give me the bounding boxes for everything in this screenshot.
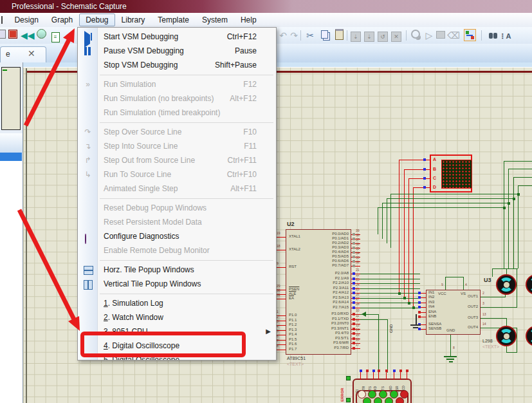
- start-debug-icon: [83, 32, 93, 42]
- tile-vertical-icon: [83, 279, 93, 289]
- debug-menu-item-digital-oscilloscope[interactable]: 5. Digital Oscilloscope: [78, 353, 276, 361]
- debug-menu-item-digital-oscilloscope[interactable]: 4. Digital Oscilloscope: [78, 339, 276, 353]
- toolbar-separator: [300, 30, 301, 41]
- block-rotate-icon[interactable]: ↺: [376, 29, 389, 42]
- stop-debug-icon: [83, 61, 93, 70]
- netlist-icon[interactable]: [463, 29, 476, 42]
- debug-menu-item-watch-window[interactable]: 2. Watch Window: [78, 310, 276, 324]
- debug-menu-item-start-vsm-debugging[interactable]: Start VSM DebuggingCtrl+F12: [78, 30, 276, 44]
- overview-minimap[interactable]: [1, 67, 21, 130]
- window-title: Professional - Schematic Capture: [12, 2, 127, 11]
- selector-header: [0, 133, 23, 153]
- menu-separator: [78, 196, 276, 201]
- toolbar-separator: [406, 30, 407, 41]
- debug-menu-item-step-over-source-line[interactable]: ↷Step Over Source LineF10: [78, 125, 276, 139]
- menu-separator: [78, 72, 276, 77]
- view-icon[interactable]: ◀◀: [21, 29, 33, 42]
- copy-icon[interactable]: [318, 29, 331, 42]
- zoom-icon[interactable]: [409, 29, 422, 42]
- step-over-icon: ↷: [83, 127, 93, 137]
- block-copy-icon[interactable]: ⇣: [349, 29, 362, 42]
- run-simulation-icon: »: [83, 80, 93, 89]
- debug-menu-item-8051-cpu[interactable]: 3. 8051 CPU▶: [78, 324, 276, 339]
- debug-menu-item-stop-vsm-debugging[interactable]: Stop VSM DebuggingShift+Pause: [78, 58, 276, 72]
- menu-separator: [78, 291, 276, 296]
- make-device-icon[interactable]: [434, 29, 447, 42]
- chip-icon[interactable]: [6, 29, 19, 42]
- toolbar-separator: [347, 30, 347, 41]
- debug-menu-item-run-to-source-line[interactable]: ↳Run To Source LineCtrl+F10: [78, 167, 276, 182]
- minimap-marker: [3, 70, 7, 71]
- redo-icon[interactable]: ↷: [288, 29, 300, 42]
- debug-menu-item-enable-remote-debug-monitor[interactable]: Enable Remote Debug Monitor: [78, 243, 276, 258]
- run-to-line-icon: ↳: [83, 170, 93, 180]
- property-assignment-icon[interactable]: ⋮A: [499, 29, 511, 42]
- packaging-icon[interactable]: ⌫: [447, 29, 460, 42]
- pick-device-icon[interactable]: ▷: [423, 29, 436, 42]
- close-icon[interactable]: ✕: [28, 48, 35, 59]
- debug-menu-popup: Start VSM DebuggingCtrl+F12Pause VSM Deb…: [77, 27, 277, 361]
- menu-item-partial: [1, 16, 3, 24]
- menu-debug[interactable]: Debug: [79, 14, 115, 26]
- paste-icon[interactable]: [333, 29, 345, 42]
- debug-menu-item-pause-vsm-debugging[interactable]: Pause VSM DebuggingPause: [78, 44, 276, 58]
- debug-menu-item-run-simulation[interactable]: »Run SimulationF12: [78, 77, 276, 91]
- menu-library[interactable]: Library: [115, 14, 152, 26]
- world-icon[interactable]: [35, 29, 48, 42]
- document-tab-label: e: [6, 50, 10, 59]
- menu-separator: [78, 258, 276, 263]
- sheet-border-vertical: [26, 68, 27, 403]
- application-window: Professional - Schematic Capture DesignG…: [0, 0, 532, 403]
- debug-menu-item-reset-debug-popup-windows[interactable]: Reset Debug Popup Windows: [78, 201, 276, 215]
- panel-divider: [23, 62, 23, 403]
- debug-menu-item-run-simulation-no-breakpoints-[interactable]: Run Simulation (no breakpoints)Alt+F12: [78, 91, 276, 106]
- debug-menu-item-run-simulation-timed-breakpoint-[interactable]: Run Simulation (timed breakpoint): [78, 106, 276, 120]
- menu-design[interactable]: Design: [8, 14, 44, 26]
- submenu-arrow-icon: ▶: [266, 324, 271, 339]
- document-tab[interactable]: e ✕: [0, 46, 46, 63]
- debug-menu-item-horz-tile-popup-windows[interactable]: Horz. Tile Popup Windows: [78, 263, 276, 277]
- toolbar-separator: [481, 30, 482, 41]
- object-selector-panel: [0, 62, 23, 403]
- debug-menu-item-step-out-from-source-line[interactable]: ↱Step Out from Source LineCtrl+F11: [78, 153, 276, 167]
- step-out-icon: ↱: [83, 156, 93, 165]
- menu-template[interactable]: Template: [151, 14, 196, 26]
- selector-selected-row[interactable]: [0, 153, 22, 161]
- debug-menu-item-reset-persistent-model-data[interactable]: Reset Persistent Model Data: [78, 215, 276, 229]
- sheet-icon[interactable]: ≡: [49, 29, 62, 42]
- menu-bar: DesignGraphDebugLibraryTemplateSystemHel…: [0, 13, 532, 28]
- menu-separator: [78, 120, 276, 125]
- menu-help[interactable]: Help: [234, 14, 263, 26]
- bug-icon: [83, 232, 93, 241]
- find-icon[interactable]: [484, 29, 497, 42]
- debug-menu-item-step-into-source-line[interactable]: ↴Step Into Source LineF11: [78, 139, 276, 153]
- title-bar: Professional - Schematic Capture: [0, 0, 532, 13]
- debug-menu-item-simulation-log[interactable]: 1. Simulation Log: [78, 296, 276, 310]
- menu-graph[interactable]: Graph: [45, 14, 79, 26]
- selector-list[interactable]: [0, 161, 23, 403]
- pause-debug-icon: [83, 46, 93, 56]
- debug-menu-item-animated-single-step[interactable]: Animated Single StepAlt+F11: [78, 182, 276, 196]
- tile-horizontal-icon: [83, 265, 93, 275]
- debug-menu-item-configure-diagnostics[interactable]: Configure Diagnostics: [78, 229, 276, 243]
- block-move-icon[interactable]: ⇣: [363, 29, 376, 42]
- debug-menu-item-vertical-tile-popup-windows[interactable]: Vertical Tile Popup Windows: [78, 277, 276, 291]
- block-delete-icon[interactable]: ✕: [390, 29, 403, 42]
- cut-icon[interactable]: ✂: [304, 29, 316, 42]
- step-into-icon: ↴: [83, 142, 93, 151]
- menu-system[interactable]: System: [196, 14, 234, 26]
